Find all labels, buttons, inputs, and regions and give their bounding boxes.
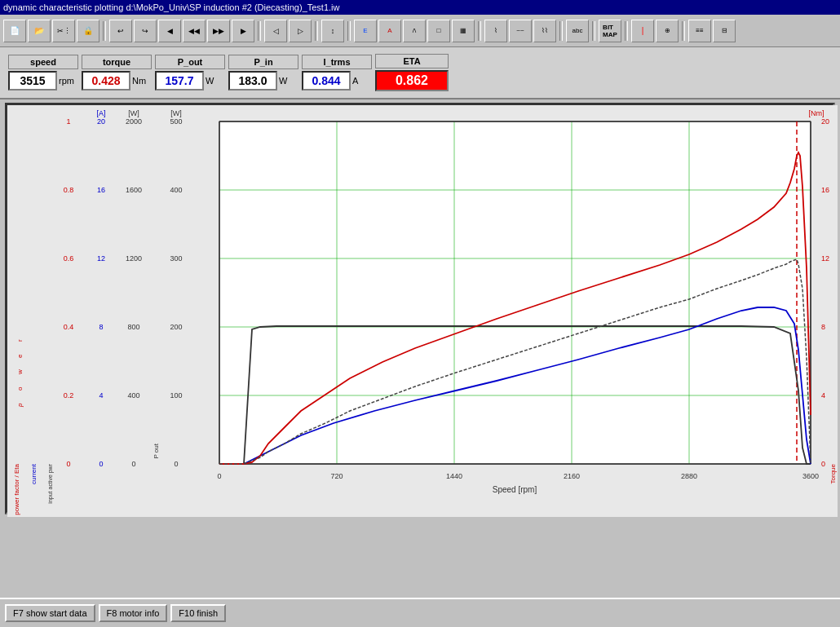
sep3 bbox=[315, 21, 318, 41]
svg-text:p: p bbox=[16, 403, 24, 408]
svg-text:1: 1 bbox=[66, 117, 70, 126]
btn-o[interactable]: ⌇ bbox=[484, 20, 507, 42]
btn-c[interactable]: ◀ bbox=[158, 20, 181, 42]
sep5 bbox=[478, 21, 481, 41]
svg-text:0: 0 bbox=[821, 460, 825, 468]
svg-text:input active pwr: input active pwr bbox=[47, 463, 54, 503]
p-in-group: P_in 183.0 W bbox=[228, 55, 298, 91]
btn-a[interactable]: ↩ bbox=[109, 20, 132, 42]
sep9 bbox=[682, 21, 685, 41]
chart-svg: 0 720 1440 2160 2880 3600 Speed [rpm] 0 … bbox=[7, 105, 838, 517]
p-in-value: 183.0 bbox=[228, 71, 277, 91]
svg-text:[W]: [W] bbox=[128, 109, 139, 117]
svg-text:8: 8 bbox=[821, 323, 825, 331]
svg-text:2000: 2000 bbox=[126, 117, 142, 126]
svg-text:720: 720 bbox=[330, 472, 343, 480]
svg-text:12: 12 bbox=[97, 254, 105, 263]
btn-q[interactable]: ⌇⌇ bbox=[533, 20, 556, 42]
lock-button[interactable]: 🔒 bbox=[77, 20, 99, 42]
btn-m[interactable]: □ bbox=[427, 20, 450, 42]
speed-label: speed bbox=[8, 55, 78, 69]
btn-l[interactable]: /\ bbox=[403, 20, 426, 42]
btn-k[interactable]: A bbox=[378, 20, 401, 42]
btn-j[interactable]: E bbox=[354, 20, 377, 42]
i-trms-label: I_trms bbox=[302, 55, 372, 69]
f8-key-label: F8 bbox=[107, 608, 120, 618]
svg-text:e: e bbox=[16, 354, 24, 358]
svg-text:power factor / Eta: power factor / Eta bbox=[13, 463, 20, 514]
svg-text:current: current bbox=[30, 463, 38, 484]
svg-text:0.8: 0.8 bbox=[64, 186, 74, 194]
chart-border: 0 720 1440 2160 2880 3600 Speed [rpm] 0 … bbox=[5, 103, 835, 514]
new-button[interactable]: 📄 bbox=[3, 20, 26, 42]
p-out-value: 157.7 bbox=[155, 71, 204, 91]
svg-rect-1 bbox=[219, 121, 811, 464]
sep4 bbox=[347, 21, 351, 41]
measurements-panel: speed 3515 rpm torque 0.428 Nm P_out 157… bbox=[0, 47, 840, 99]
svg-text:1440: 1440 bbox=[446, 472, 462, 480]
sep2 bbox=[258, 21, 261, 41]
svg-text:Speed [rpm]: Speed [rpm] bbox=[493, 485, 537, 494]
btn-n[interactable]: ▦ bbox=[452, 20, 475, 42]
svg-text:8: 8 bbox=[99, 323, 103, 331]
svg-text:16: 16 bbox=[821, 186, 829, 194]
svg-text:16: 16 bbox=[97, 186, 105, 194]
p-in-label: P_in bbox=[228, 55, 298, 69]
cut-button[interactable]: ✂⋮ bbox=[52, 20, 75, 42]
svg-text:20: 20 bbox=[821, 117, 829, 126]
btn-b[interactable]: ↪ bbox=[134, 20, 157, 42]
f10-button[interactable]: F10 finish bbox=[170, 604, 226, 622]
torque-group: torque 0.428 Nm bbox=[82, 55, 152, 91]
torque-unit: Nm bbox=[132, 76, 152, 86]
f7-label: show start data bbox=[26, 608, 87, 618]
sep6 bbox=[559, 21, 563, 41]
svg-text:o: o bbox=[16, 386, 24, 391]
svg-text:Torque: Torque bbox=[829, 463, 837, 483]
svg-text:400: 400 bbox=[170, 186, 182, 194]
p-out-label: P_out bbox=[155, 55, 225, 69]
f8-button[interactable]: F8 motor info bbox=[99, 604, 168, 622]
i-trms-group: I_trms 0.844 A bbox=[302, 55, 372, 91]
svg-text:0: 0 bbox=[66, 460, 70, 468]
f7-key-label: F7 bbox=[13, 608, 26, 618]
btn-u[interactable]: ⊕ bbox=[656, 20, 679, 42]
torque-label: torque bbox=[82, 55, 152, 69]
svg-text:4: 4 bbox=[821, 391, 825, 400]
svg-text:1200: 1200 bbox=[126, 254, 142, 263]
p-out-unit: W bbox=[206, 76, 225, 86]
svg-text:[A]: [A] bbox=[96, 109, 105, 117]
svg-text:P out: P out bbox=[153, 443, 160, 458]
f7-button[interactable]: F7 show start data bbox=[5, 604, 95, 622]
svg-text:0: 0 bbox=[99, 460, 103, 468]
f8-label: motor info bbox=[119, 608, 159, 618]
btn-f[interactable]: ▶ bbox=[232, 20, 254, 42]
svg-text:3600: 3600 bbox=[802, 472, 819, 480]
svg-text:[Nm]: [Nm] bbox=[809, 109, 825, 117]
btn-h[interactable]: ▷ bbox=[289, 20, 312, 42]
btn-r[interactable]: abc bbox=[566, 20, 589, 42]
btn-v[interactable]: ≡≡ bbox=[688, 20, 711, 42]
svg-text:20: 20 bbox=[97, 117, 105, 126]
btn-s[interactable]: BITMAP bbox=[599, 20, 621, 42]
btn-g[interactable]: ◁ bbox=[264, 20, 287, 42]
svg-text:300: 300 bbox=[170, 254, 182, 263]
speed-unit: rpm bbox=[59, 76, 78, 86]
f10-label: finish bbox=[197, 608, 218, 618]
svg-text:12: 12 bbox=[821, 254, 829, 263]
svg-text:0: 0 bbox=[174, 460, 178, 468]
btn-i[interactable]: ↕ bbox=[321, 20, 344, 42]
svg-text:0: 0 bbox=[217, 472, 221, 480]
btn-d[interactable]: ◀◀ bbox=[183, 20, 206, 42]
btn-w[interactable]: ⊟ bbox=[713, 20, 736, 42]
eta-group: ETA 0.862 bbox=[375, 54, 449, 91]
btn-e[interactable]: ▶▶ bbox=[207, 20, 230, 42]
eta-label: ETA bbox=[375, 54, 449, 68]
btn-p[interactable]: ~~ bbox=[509, 20, 532, 42]
svg-text:100: 100 bbox=[170, 391, 182, 400]
i-trms-value: 0.844 bbox=[302, 71, 351, 91]
speed-value: 3515 bbox=[8, 71, 57, 91]
function-keys-bar: F7 show start data F8 motor info F10 fin… bbox=[0, 598, 840, 627]
open-button[interactable]: 📂 bbox=[28, 20, 51, 42]
btn-t[interactable]: | bbox=[631, 20, 654, 42]
sep1 bbox=[103, 21, 106, 41]
